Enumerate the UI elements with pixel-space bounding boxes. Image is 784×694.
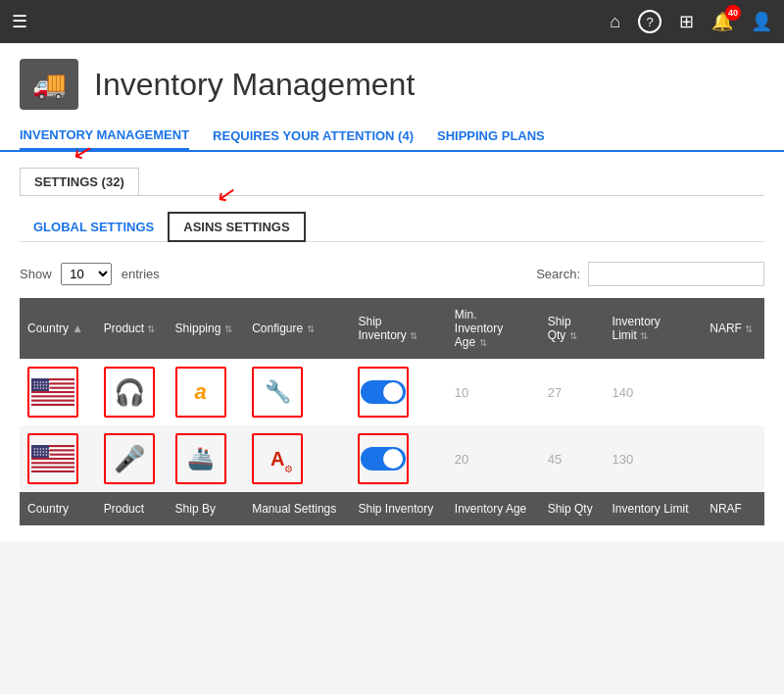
svg-rect-5 [31,397,74,399]
table-footer: Country Product Ship By Manual Settings … [20,492,764,525]
tab-requires-attention[interactable]: REQUIRES YOUR ATTENTION (4) [213,128,414,149]
inv-limit-value-1: 140 [612,385,634,400]
us-flag-svg-2: ★★★★★★ ★★★★★ ★★★★★★ [31,445,74,472]
tab-asins-settings[interactable]: ASINS SETTINGS [168,212,305,242]
cell-narf-2 [702,425,764,492]
cell-country-2: ★★★★★★ ★★★★★ ★★★★★★ [20,425,96,492]
help-icon[interactable]: ? [638,10,662,33]
ship-qty-value-2: 45 [548,452,562,467]
wrench-icon: 🔧 [265,379,291,405]
svg-text:★★★★★★: ★★★★★★ [33,386,51,390]
us-flag-svg: ★★★★★★ ★★★★★ ★★★★★★ [31,378,74,406]
table-row: ★★★★★★ ★★★★★ ★★★★★★ 🎤 🚢 [20,425,764,492]
content-area: SETTINGS (32) ↙ GLOBAL SETTINGS ASINS SE… [0,152,784,541]
asins-settings-arrow: ↙ [215,178,239,209]
show-label: Show [20,267,52,281]
th-ship-inventory: ShipInventory ⇅ [350,298,446,359]
th-min-inventory-age: Min.InventoryAge ⇅ [447,298,540,359]
tab-inventory-management[interactable]: INVENTORY MANAGEMENT [20,127,189,150]
cell-ship-qty-1: 27 [540,359,605,425]
hamburger-menu[interactable]: ☰ [12,11,27,32]
cell-product-1: 🎧 [96,359,168,425]
ship-icon: 🚢 [187,446,214,471]
toggle-ship-1[interactable] [358,367,409,418]
cell-narf-1 [702,359,764,425]
th-shipping: Shipping ⇅ [168,298,245,359]
table-row: ★★★★★★ ★★★★★ ★★★★★★ 🎧 a [20,359,764,425]
svg-rect-6 [31,402,74,404]
product-headphone: 🎧 [104,367,155,418]
toggle-on-1[interactable] [361,380,406,404]
main-tab-bar: INVENTORY MANAGEMENT REQUIRES YOUR ATTEN… [20,122,764,150]
cell-shipping-1: a [168,359,245,425]
headphone-icon: 🎧 [114,377,145,408]
min-age-value-1: 10 [455,385,468,400]
cell-ship-qty-2: 45 [540,425,605,492]
notification-icon[interactable]: 🔔 40 [711,11,733,32]
svg-rect-15 [31,460,74,462]
cell-product-2: 🎤 [96,425,168,492]
footer-manual-settings: Manual Settings [244,492,350,525]
mic-stand-icon: 🎤 [114,444,145,474]
cell-configure-1: 🔧 [244,359,350,425]
th-product: Product ⇅ [96,298,168,359]
search-input[interactable] [588,262,764,286]
toggle-on-2[interactable] [361,447,406,471]
footer-nraf: NRAF [702,492,764,525]
shipping-ship: 🚢 [175,433,226,484]
cell-shipping-2: 🚢 [168,425,245,492]
top-navigation: ☰ ⌂ ? ⊞ 🔔 40 👤 [0,0,784,43]
flag-us-1: ★★★★★★ ★★★★★ ★★★★★★ [27,367,78,418]
cell-configure-2: A ⚙ [244,425,350,492]
min-age-value-2: 20 [455,452,468,467]
footer-product: Product [96,492,168,525]
cell-ship-inventory-2[interactable] [350,425,446,492]
a-settings-icon: A [270,448,284,471]
footer-ship-inventory: Ship Inventory [350,492,446,525]
product-mic-stand: 🎤 [104,433,155,484]
tab-shipping-plans[interactable]: SHIPPING PLANS [437,128,545,149]
cell-inv-limit-1: 140 [605,359,703,425]
flag-us-2: ★★★★★★ ★★★★★ ★★★★★★ [27,433,78,484]
th-country: Country ▲ [20,298,96,359]
search-label: Search: [536,267,580,281]
page-header: 🚚 Inventory Management INVENTORY MANAGEM… [0,43,784,152]
table-controls: Show 10 25 50 100 entries Search: [20,262,764,286]
cell-ship-inventory-1[interactable] [350,359,446,425]
th-configure: Configure ⇅ [244,298,350,359]
cell-min-age-2: 20 [447,425,540,492]
svg-rect-4 [31,393,74,395]
gear-overlay-icon: ⚙ [284,464,293,474]
cell-min-age-1: 10 [447,359,540,425]
footer-country: Country [20,492,96,525]
inventory-table: Country ▲ Product ⇅ Shipping ⇅ Configure… [20,298,764,525]
footer-ship-qty: Ship Qty [540,492,605,525]
th-inventory-limit: InventoryLimit ⇅ [605,298,703,359]
footer-inventory-limit: Inventory Limit [605,492,703,525]
home-icon[interactable]: ⌂ [610,12,620,32]
configure-a-settings: A ⚙ [252,433,303,484]
cell-country-1: ★★★★★★ ★★★★★ ★★★★★★ [20,359,96,425]
ship-qty-value-1: 27 [548,385,562,400]
amazon-icon: a [194,379,206,405]
grid-icon[interactable]: ⊞ [679,11,694,32]
svg-text:★★★★★★: ★★★★★★ [33,453,51,457]
footer-ship-by: Ship By [168,492,245,525]
footer-inventory-age: Inventory Age [447,492,540,525]
settings-tab[interactable]: SETTINGS (32) [20,168,139,195]
configure-wrench: 🔧 [252,367,303,418]
truck-icon: 🚚 [20,59,78,110]
svg-rect-17 [31,469,74,471]
inv-limit-value-2: 130 [612,452,634,467]
entries-select[interactable]: 10 25 50 100 [61,263,112,285]
page-title: Inventory Management [94,67,415,103]
user-icon[interactable]: 👤 [751,11,772,32]
shipping-amazon: a [175,367,226,418]
notification-badge: 40 [725,5,741,21]
toggle-ship-2[interactable] [358,433,409,484]
tab-global-settings[interactable]: GLOBAL SETTINGS [20,214,168,240]
entries-label: entries [122,267,160,281]
svg-rect-16 [31,464,74,466]
cell-inv-limit-2: 130 [605,425,703,492]
th-narf: NARF ⇅ [702,298,764,359]
